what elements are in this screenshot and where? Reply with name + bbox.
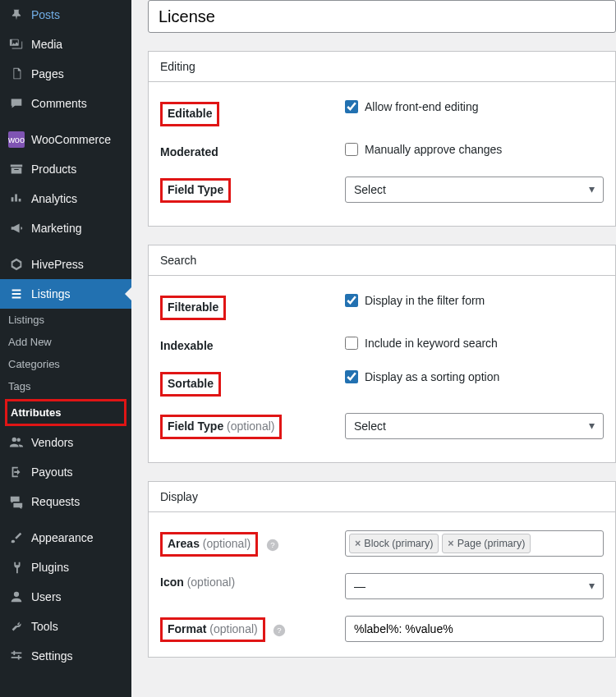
search-fieldtype-select[interactable]: Select	[345, 413, 604, 439]
filterable-label: Filterable	[160, 296, 226, 320]
plug-icon	[8, 559, 25, 575]
sidebar-item-pages[interactable]: Pages	[0, 59, 131, 89]
sidebar-label: Posts	[31, 8, 60, 21]
display-header: Display	[149, 482, 615, 512]
woocommerce-icon: woo	[8, 131, 25, 148]
display-panel: Display Areas (optional) ? ×Block (prima…	[148, 481, 616, 658]
sidebar-label: Media	[31, 38, 62, 51]
megaphone-icon	[8, 220, 25, 236]
comment-icon	[8, 95, 25, 112]
sidebar-label: HivePress	[31, 258, 84, 271]
sortable-check-label[interactable]: Display as a sorting option	[365, 370, 499, 383]
wrench-icon	[8, 618, 25, 635]
sidebar-label: Analytics	[31, 192, 77, 205]
editable-label: Editable	[160, 102, 219, 126]
search-panel: Search Filterable Display in the filter …	[148, 245, 616, 463]
archive-icon	[8, 161, 25, 177]
search-header: Search	[149, 245, 615, 276]
users-icon	[8, 434, 25, 451]
format-input[interactable]	[345, 616, 604, 642]
sidebar-label: Marketing	[31, 222, 81, 235]
sidebar-item-analytics[interactable]: Analytics	[0, 184, 131, 213]
page-icon	[8, 66, 25, 82]
sidebar-item-appearance[interactable]: Appearance	[0, 523, 131, 553]
brush-icon	[8, 530, 25, 546]
main-content: Editing Editable Allow front-end editing…	[131, 0, 616, 697]
indexable-checkbox[interactable]	[345, 337, 358, 350]
sidebar-item-payouts[interactable]: Payouts	[0, 457, 131, 487]
moderated-check-label[interactable]: Manually approve changes	[365, 143, 502, 156]
icon-label: Icon (optional)	[160, 575, 235, 591]
sidebar-label: Plugins	[31, 561, 69, 574]
sidebar-item-hivepress[interactable]: HivePress	[0, 250, 131, 279]
sidebar-label: Comments	[31, 97, 87, 110]
hivepress-icon	[8, 256, 25, 273]
icon-select[interactable]: —	[345, 573, 604, 599]
fieldtype-label: Field Type	[160, 178, 231, 203]
sidebar-label: Payouts	[31, 465, 73, 479]
sidebar-item-media[interactable]: Media	[0, 30, 131, 59]
comments-icon	[8, 493, 25, 510]
editing-header: Editing	[149, 52, 615, 82]
sortable-label: Sortable	[160, 372, 221, 397]
sortable-checkbox[interactable]	[345, 370, 358, 383]
sidebar-item-comments[interactable]: Comments	[0, 89, 131, 118]
sidebar-item-vendors[interactable]: Vendors	[0, 428, 131, 457]
logout-icon	[8, 464, 25, 480]
search-fieldtype-label: Field Type (optional)	[160, 415, 282, 439]
sidebar-label: Pages	[31, 67, 64, 80]
admin-sidebar: Posts Media Pages Comments woo WooCommer…	[0, 0, 131, 697]
tag-remove-icon[interactable]: ×	[355, 538, 361, 549]
sidebar-label: WooCommerce	[31, 133, 111, 146]
title-input[interactable]	[148, 0, 616, 33]
sidebar-item-users[interactable]: Users	[0, 582, 131, 612]
media-icon	[8, 36, 25, 53]
area-tag[interactable]: ×Page (primary)	[442, 534, 531, 553]
sidebar-item-requests[interactable]: Requests	[0, 487, 131, 516]
sub-tags[interactable]: Tags	[0, 375, 131, 397]
filterable-check-label[interactable]: Display in the filter form	[365, 294, 485, 307]
moderated-checkbox[interactable]	[345, 143, 358, 156]
filterable-checkbox[interactable]	[345, 294, 358, 307]
sub-addnew[interactable]: Add New	[0, 331, 131, 353]
sub-listings[interactable]: Listings	[0, 309, 131, 331]
areas-tags-input[interactable]: ×Block (primary)×Page (primary)	[345, 530, 604, 557]
sidebar-item-woocommerce[interactable]: woo WooCommerce	[0, 125, 131, 154]
sidebar-item-listings[interactable]: Listings	[0, 279, 131, 309]
indexable-check-label[interactable]: Include in keyword search	[365, 337, 498, 350]
svg-text:?: ?	[270, 540, 274, 549]
area-tag[interactable]: ×Block (primary)	[349, 534, 439, 553]
sidebar-item-marketing[interactable]: Marketing	[0, 213, 131, 243]
sidebar-item-plugins[interactable]: Plugins	[0, 553, 131, 582]
editable-checkbox[interactable]	[345, 100, 358, 113]
sub-attributes[interactable]: Attributes	[5, 399, 126, 426]
sub-categories[interactable]: Categories	[0, 353, 131, 375]
sidebar-label: Listings	[31, 287, 70, 300]
sidebar-label: Users	[31, 590, 62, 603]
sidebar-label: Requests	[31, 495, 80, 508]
help-icon[interactable]: ?	[266, 539, 279, 552]
fieldtype-select[interactable]: Select	[345, 177, 604, 203]
sidebar-label: Tools	[31, 620, 58, 633]
indexable-label: Indexable	[160, 338, 214, 355]
sidebar-item-tools[interactable]: Tools	[0, 612, 131, 641]
editing-panel: Editing Editable Allow front-end editing…	[148, 51, 616, 227]
editable-check-label[interactable]: Allow front-end editing	[365, 100, 479, 113]
sidebar-label: Settings	[31, 649, 73, 663]
sidebar-label: Vendors	[31, 436, 73, 449]
user-icon	[8, 589, 25, 605]
sidebar-item-settings[interactable]: Settings	[0, 641, 131, 671]
sidebar-item-products[interactable]: Products	[0, 154, 131, 184]
sidebar-label: Appearance	[31, 531, 94, 544]
help-icon[interactable]: ?	[273, 624, 286, 637]
format-label: Format (optional)	[160, 617, 265, 642]
svg-text:?: ?	[278, 626, 282, 635]
sidebar-item-posts[interactable]: Posts	[0, 0, 131, 30]
format-input-field[interactable]	[354, 622, 595, 635]
sidebar-label: Products	[31, 163, 76, 176]
areas-label: Areas (optional)	[160, 532, 258, 557]
list-icon	[8, 286, 25, 302]
chart-bar-icon	[8, 190, 25, 207]
tag-remove-icon[interactable]: ×	[448, 538, 453, 549]
pin-icon	[8, 7, 25, 23]
